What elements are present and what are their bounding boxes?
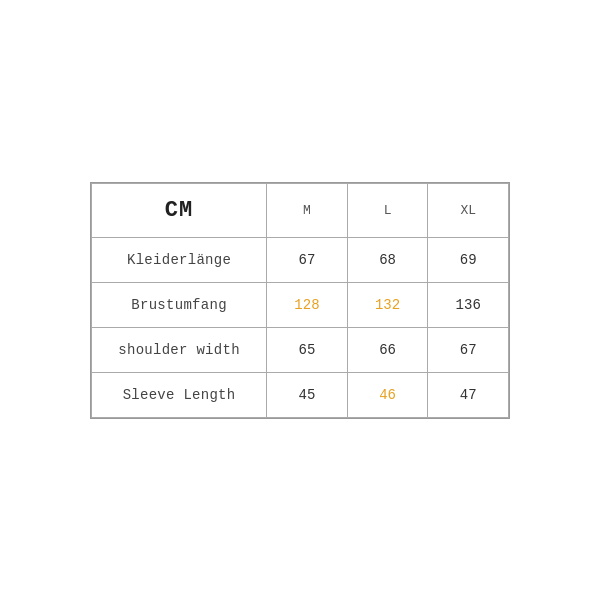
row-label-2: shoulder width [92,327,267,372]
row-2-l: 66 [347,327,428,372]
row-1-l: 132 [347,282,428,327]
unit-header: CM [92,183,267,237]
size-table-container: CM M L XL Kleiderlänge676869Brustumfang1… [90,182,510,419]
table-header-row: CM M L XL [92,183,509,237]
row-3-l: 46 [347,372,428,417]
table-row: shoulder width656667 [92,327,509,372]
row-1-m: 128 [267,282,348,327]
table-row: Sleeve Length454647 [92,372,509,417]
col-m-header: M [267,183,348,237]
row-1-xl: 136 [428,282,509,327]
size-table: CM M L XL Kleiderlänge676869Brustumfang1… [91,183,509,418]
row-0-l: 68 [347,237,428,282]
row-label-0: Kleiderlänge [92,237,267,282]
table-row: Brustumfang128132136 [92,282,509,327]
table-body: Kleiderlänge676869Brustumfang128132136sh… [92,237,509,417]
row-0-xl: 69 [428,237,509,282]
col-xl-header: XL [428,183,509,237]
row-2-xl: 67 [428,327,509,372]
row-label-1: Brustumfang [92,282,267,327]
row-3-m: 45 [267,372,348,417]
row-label-3: Sleeve Length [92,372,267,417]
table-row: Kleiderlänge676869 [92,237,509,282]
row-3-xl: 47 [428,372,509,417]
row-0-m: 67 [267,237,348,282]
col-l-header: L [347,183,428,237]
row-2-m: 65 [267,327,348,372]
